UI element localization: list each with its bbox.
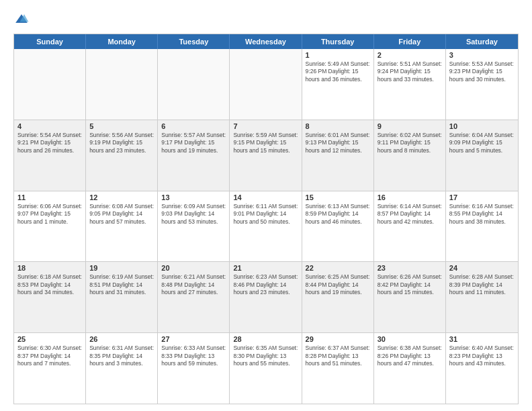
day-detail: Sunrise: 6:40 AM Sunset: 8:23 PM Dayligh… [449, 345, 515, 367]
day-number: 21 [233, 264, 298, 272]
calendar-cell: 15Sunrise: 6:13 AM Sunset: 8:59 PM Dayli… [302, 191, 374, 262]
day-detail: Sunrise: 6:19 AM Sunset: 8:51 PM Dayligh… [89, 273, 154, 296]
day-number: 19 [89, 264, 154, 272]
weekday-header: Tuesday [158, 34, 230, 49]
day-number: 6 [161, 122, 226, 130]
calendar-cell: 29Sunrise: 6:37 AM Sunset: 8:28 PM Dayli… [302, 333, 374, 404]
calendar-cell [158, 49, 230, 120]
day-number: 23 [378, 264, 442, 272]
calendar-cell: 8Sunrise: 6:01 AM Sunset: 9:13 PM Daylig… [302, 120, 374, 191]
day-number: 9 [378, 122, 442, 130]
day-detail: Sunrise: 6:23 AM Sunset: 8:46 PM Dayligh… [233, 273, 298, 296]
day-number: 7 [233, 122, 298, 130]
calendar-cell [14, 49, 86, 120]
calendar-row: 4Sunrise: 5:54 AM Sunset: 9:21 PM Daylig… [14, 120, 518, 191]
day-number: 27 [161, 335, 226, 343]
day-detail: Sunrise: 6:18 AM Sunset: 8:53 PM Dayligh… [17, 273, 82, 296]
weekday-header: Wednesday [230, 34, 302, 49]
day-number: 16 [378, 193, 442, 201]
calendar-row: 18Sunrise: 6:18 AM Sunset: 8:53 PM Dayli… [14, 261, 518, 332]
calendar-cell: 5Sunrise: 5:56 AM Sunset: 9:19 PM Daylig… [86, 120, 158, 191]
calendar-row: 11Sunrise: 6:06 AM Sunset: 9:07 PM Dayli… [14, 191, 518, 262]
day-number: 1 [306, 51, 370, 59]
calendar-cell: 20Sunrise: 6:21 AM Sunset: 8:48 PM Dayli… [158, 262, 230, 332]
calendar-cell: 17Sunrise: 6:16 AM Sunset: 8:55 PM Dayli… [446, 191, 518, 262]
day-detail: Sunrise: 6:28 AM Sunset: 8:39 PM Dayligh… [449, 273, 515, 296]
calendar: SundayMondayTuesdayWednesdayThursdayFrid… [13, 34, 519, 404]
calendar-cell: 1Sunrise: 5:49 AM Sunset: 9:26 PM Daylig… [302, 49, 374, 120]
day-detail: Sunrise: 6:13 AM Sunset: 8:59 PM Dayligh… [306, 203, 370, 226]
calendar-cell: 12Sunrise: 6:08 AM Sunset: 9:05 PM Dayli… [86, 191, 158, 262]
day-number: 15 [306, 193, 370, 201]
calendar-cell: 7Sunrise: 5:59 AM Sunset: 9:15 PM Daylig… [230, 120, 302, 191]
day-number: 13 [161, 193, 226, 201]
weekday-header: Monday [86, 34, 158, 49]
calendar-cell: 2Sunrise: 5:51 AM Sunset: 9:24 PM Daylig… [374, 49, 446, 120]
calendar-cell: 21Sunrise: 6:23 AM Sunset: 8:46 PM Dayli… [230, 262, 302, 332]
day-detail: Sunrise: 6:33 AM Sunset: 8:33 PM Dayligh… [161, 345, 226, 367]
day-number: 29 [306, 335, 370, 343]
day-detail: Sunrise: 5:59 AM Sunset: 9:15 PM Dayligh… [233, 132, 298, 154]
calendar-cell: 18Sunrise: 6:18 AM Sunset: 8:53 PM Dayli… [14, 262, 86, 332]
calendar-cell [230, 49, 302, 120]
day-detail: Sunrise: 6:08 AM Sunset: 9:05 PM Dayligh… [89, 203, 154, 226]
calendar-cell: 22Sunrise: 6:25 AM Sunset: 8:44 PM Dayli… [302, 262, 374, 332]
day-detail: Sunrise: 6:01 AM Sunset: 9:13 PM Dayligh… [306, 132, 370, 154]
calendar-cell: 6Sunrise: 5:57 AM Sunset: 9:17 PM Daylig… [158, 120, 230, 191]
day-number: 3 [449, 51, 515, 59]
day-detail: Sunrise: 5:57 AM Sunset: 9:17 PM Dayligh… [161, 132, 226, 154]
day-detail: Sunrise: 5:54 AM Sunset: 9:21 PM Dayligh… [17, 132, 82, 154]
day-detail: Sunrise: 6:16 AM Sunset: 8:55 PM Dayligh… [449, 203, 515, 226]
calendar-header: SundayMondayTuesdayWednesdayThursdayFrid… [14, 34, 518, 49]
day-detail: Sunrise: 6:11 AM Sunset: 9:01 PM Dayligh… [233, 203, 298, 226]
calendar-cell: 26Sunrise: 6:31 AM Sunset: 8:35 PM Dayli… [86, 333, 158, 404]
calendar-body: 1Sunrise: 5:49 AM Sunset: 9:26 PM Daylig… [14, 49, 518, 404]
weekday-header: Thursday [302, 34, 374, 49]
logo [13, 12, 32, 28]
calendar-cell: 3Sunrise: 5:53 AM Sunset: 9:23 PM Daylig… [446, 49, 518, 120]
calendar-cell: 19Sunrise: 6:19 AM Sunset: 8:51 PM Dayli… [86, 262, 158, 332]
calendar-cell: 31Sunrise: 6:40 AM Sunset: 8:23 PM Dayli… [446, 333, 518, 404]
day-detail: Sunrise: 6:21 AM Sunset: 8:48 PM Dayligh… [161, 273, 226, 296]
day-number: 25 [17, 335, 82, 343]
page: SundayMondayTuesdayWednesdayThursdayFrid… [0, 0, 532, 411]
day-number: 2 [378, 51, 442, 59]
calendar-cell: 16Sunrise: 6:14 AM Sunset: 8:57 PM Dayli… [374, 191, 446, 262]
logo-icon [13, 12, 30, 28]
day-detail: Sunrise: 5:51 AM Sunset: 9:24 PM Dayligh… [378, 60, 442, 83]
calendar-cell: 24Sunrise: 6:28 AM Sunset: 8:39 PM Dayli… [446, 262, 518, 332]
calendar-cell: 11Sunrise: 6:06 AM Sunset: 9:07 PM Dayli… [14, 191, 86, 262]
calendar-cell: 28Sunrise: 6:35 AM Sunset: 8:30 PM Dayli… [230, 333, 302, 404]
day-detail: Sunrise: 6:06 AM Sunset: 9:07 PM Dayligh… [17, 203, 82, 226]
calendar-cell: 25Sunrise: 6:30 AM Sunset: 8:37 PM Dayli… [14, 333, 86, 404]
calendar-cell: 4Sunrise: 5:54 AM Sunset: 9:21 PM Daylig… [14, 120, 86, 191]
calendar-cell: 10Sunrise: 6:04 AM Sunset: 9:09 PM Dayli… [446, 120, 518, 191]
day-number: 11 [17, 193, 82, 201]
weekday-header: Friday [374, 34, 446, 49]
calendar-cell: 9Sunrise: 6:02 AM Sunset: 9:11 PM Daylig… [374, 120, 446, 191]
calendar-cell: 13Sunrise: 6:09 AM Sunset: 9:03 PM Dayli… [158, 191, 230, 262]
day-detail: Sunrise: 6:14 AM Sunset: 8:57 PM Dayligh… [378, 203, 442, 226]
calendar-row: 25Sunrise: 6:30 AM Sunset: 8:37 PM Dayli… [14, 332, 518, 404]
day-number: 26 [89, 335, 154, 343]
day-number: 20 [161, 264, 226, 272]
day-detail: Sunrise: 6:38 AM Sunset: 8:26 PM Dayligh… [378, 345, 442, 367]
day-detail: Sunrise: 6:04 AM Sunset: 9:09 PM Dayligh… [449, 132, 515, 154]
day-detail: Sunrise: 6:35 AM Sunset: 8:30 PM Dayligh… [233, 345, 298, 367]
day-number: 30 [378, 335, 442, 343]
weekday-header: Saturday [446, 34, 518, 49]
day-detail: Sunrise: 6:25 AM Sunset: 8:44 PM Dayligh… [306, 273, 370, 296]
day-detail: Sunrise: 6:30 AM Sunset: 8:37 PM Dayligh… [17, 345, 82, 367]
day-number: 31 [449, 335, 515, 343]
calendar-cell: 14Sunrise: 6:11 AM Sunset: 9:01 PM Dayli… [230, 191, 302, 262]
day-number: 18 [17, 264, 82, 272]
day-number: 8 [306, 122, 370, 130]
day-number: 10 [449, 122, 515, 130]
calendar-cell: 23Sunrise: 6:26 AM Sunset: 8:42 PM Dayli… [374, 262, 446, 332]
day-detail: Sunrise: 6:26 AM Sunset: 8:42 PM Dayligh… [378, 273, 442, 296]
day-detail: Sunrise: 6:02 AM Sunset: 9:11 PM Dayligh… [378, 132, 442, 154]
day-detail: Sunrise: 6:37 AM Sunset: 8:28 PM Dayligh… [306, 345, 370, 367]
calendar-row: 1Sunrise: 5:49 AM Sunset: 9:26 PM Daylig… [14, 49, 518, 120]
day-number: 28 [233, 335, 298, 343]
day-number: 14 [233, 193, 298, 201]
